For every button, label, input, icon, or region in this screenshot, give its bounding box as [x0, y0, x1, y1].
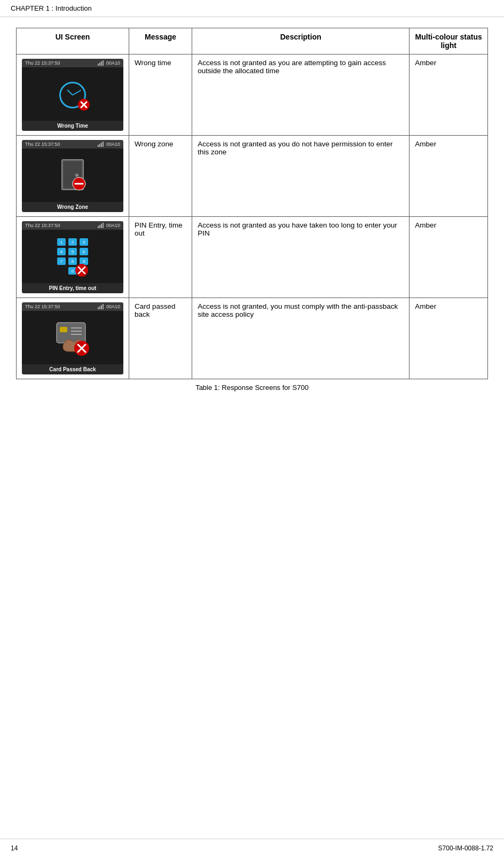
device-code: 00A10 — [106, 60, 120, 66]
device-header-3: Thu 22 15:37:50 00A10 — [22, 221, 123, 230]
device-screen-card: Thu 22 15:37:50 00A10 — [22, 302, 123, 374]
device-footer-wrong-zone: Wrong Zone — [22, 202, 123, 212]
device-timestamp-3: Thu 22 15:37:50 — [25, 223, 60, 228]
device-body-pin: 1 2 3 4 5 — [22, 230, 123, 283]
keypad-icon: 1 2 3 4 5 — [55, 237, 90, 277]
svg-text:8: 8 — [72, 259, 74, 264]
svg-rect-9 — [101, 143, 102, 147]
page-header: CHAPTER 1 : Introduction — [0, 0, 504, 17]
signal-icon — [98, 60, 104, 66]
device-header-icons: 00A10 — [98, 60, 120, 66]
svg-text:7: 7 — [60, 259, 63, 264]
signal-icon-3 — [98, 223, 104, 228]
table-row: Thu 22 15:37:50 00A10 — [17, 136, 488, 217]
svg-text:5: 5 — [72, 249, 74, 254]
table-caption: Table 1: Response Screens for S700 — [16, 384, 488, 392]
table-row: Thu 22 15:37:50 00A10 — [17, 217, 488, 298]
col-header-description: Description — [192, 28, 410, 54]
x-mark-icon — [77, 98, 90, 111]
device-screen-wrong-time: Thu 22 15:37:50 00A10 — [22, 59, 123, 131]
device-footer-pin: PIN Entry, time out — [22, 283, 123, 293]
device-header-icons-3: 00A10 — [98, 223, 120, 228]
svg-point-13 — [75, 174, 78, 177]
page-footer: 14 S700-IM-0088-1.72 — [0, 839, 504, 857]
svg-rect-8 — [99, 144, 100, 147]
clock-hand-minute — [73, 90, 82, 96]
doc-reference: S700-IM-0088-1.72 — [438, 844, 493, 852]
svg-rect-1 — [99, 62, 100, 66]
svg-rect-48 — [60, 327, 67, 332]
description-wrong-time: Access is not granted as you are attempt… — [192, 54, 410, 136]
wrong-zone-icon-wrapper — [57, 157, 89, 196]
svg-rect-18 — [101, 224, 102, 228]
svg-rect-16 — [98, 226, 99, 228]
message-pin-timeout: PIN Entry, time out — [129, 217, 192, 298]
device-timestamp: Thu 22 15:37:50 — [25, 60, 60, 66]
col-header-ui-screen: UI Screen — [17, 28, 129, 54]
device-footer-card: Card Passed Back — [22, 364, 123, 374]
svg-text:9: 9 — [83, 259, 85, 264]
svg-rect-44 — [99, 306, 100, 309]
col-header-message: Message — [129, 28, 192, 54]
device-header-icons-2: 00A10 — [98, 142, 120, 147]
device-code-3: 00A10 — [106, 223, 120, 228]
card-passback-icon — [54, 318, 91, 358]
device-footer-wrong-time: Wrong Time — [22, 121, 123, 131]
message-wrong-zone: Wrong zone — [129, 136, 192, 217]
device-timestamp-2: Thu 22 15:37:50 — [25, 142, 60, 147]
pin-icon-wrapper: 1 2 3 4 5 — [55, 237, 90, 278]
svg-rect-47 — [57, 323, 85, 343]
status-light-card-passed-back: Amber — [410, 298, 488, 379]
svg-rect-3 — [103, 60, 104, 66]
svg-rect-45 — [101, 305, 102, 309]
wrong-time-icon-wrapper — [59, 82, 86, 108]
page-number: 14 — [11, 844, 18, 852]
ui-screen-wrong-time: Thu 22 15:37:50 00A10 — [17, 54, 129, 136]
card-icon-wrapper — [54, 318, 91, 359]
table-row: Thu 22 15:37:50 00A10 — [17, 298, 488, 379]
status-light-wrong-time: Amber — [410, 54, 488, 136]
signal-icon-4 — [98, 304, 104, 309]
svg-rect-46 — [103, 304, 104, 309]
svg-text:3: 3 — [83, 240, 85, 245]
svg-rect-0 — [98, 64, 99, 66]
svg-rect-10 — [103, 142, 104, 147]
device-screen-wrong-zone: Thu 22 15:37:50 00A10 — [22, 140, 123, 212]
description-wrong-zone: Access is not granted as you do not have… — [192, 136, 410, 217]
svg-text:1: 1 — [60, 240, 63, 245]
device-code-2: 00A10 — [106, 142, 120, 147]
device-header-icons-4: 00A10 — [98, 304, 120, 309]
device-header-4: Thu 22 15:37:50 00A10 — [22, 302, 123, 311]
device-body-card — [22, 311, 123, 364]
description-pin-timeout: Access is not granted as you have taken … — [192, 217, 410, 298]
message-card-passed-back: Card passed back — [129, 298, 192, 379]
device-timestamp-4: Thu 22 15:37:50 — [25, 304, 60, 309]
svg-rect-17 — [99, 225, 100, 228]
table-row: Thu 22 15:37:50 00A10 — [17, 54, 488, 136]
device-body-wrong-zone — [22, 148, 123, 202]
message-wrong-time: Wrong time — [129, 54, 192, 136]
status-light-wrong-zone: Amber — [410, 136, 488, 217]
signal-icon-2 — [98, 142, 104, 147]
response-screens-table: UI Screen Message Description Multi-colo… — [16, 28, 488, 379]
door-icon — [57, 157, 89, 194]
ui-screen-wrong-zone: Thu 22 15:37:50 00A10 — [17, 136, 129, 217]
svg-rect-19 — [103, 223, 104, 228]
device-header: Thu 22 15:37:50 00A10 — [22, 59, 123, 67]
svg-rect-2 — [101, 61, 102, 66]
ui-screen-card-passed-back: Thu 22 15:37:50 00A10 — [17, 298, 129, 379]
device-code-4: 00A10 — [106, 304, 120, 309]
svg-text:2: 2 — [72, 240, 74, 245]
device-header-2: Thu 22 15:37:50 00A10 — [22, 140, 123, 148]
svg-rect-7 — [98, 145, 99, 147]
svg-text:6: 6 — [83, 249, 85, 254]
device-body-wrong-time — [22, 67, 123, 121]
svg-text:0: 0 — [72, 269, 74, 273]
svg-text:4: 4 — [60, 249, 63, 254]
chapter-title: CHAPTER 1 : Introduction — [11, 4, 92, 12]
status-light-pin-timeout: Amber — [410, 217, 488, 298]
col-header-status-light: Multi-colour status light — [410, 28, 488, 54]
svg-rect-43 — [98, 307, 99, 309]
device-screen-pin: Thu 22 15:37:50 00A10 — [22, 221, 123, 293]
ui-screen-pin-timeout: Thu 22 15:37:50 00A10 — [17, 217, 129, 298]
